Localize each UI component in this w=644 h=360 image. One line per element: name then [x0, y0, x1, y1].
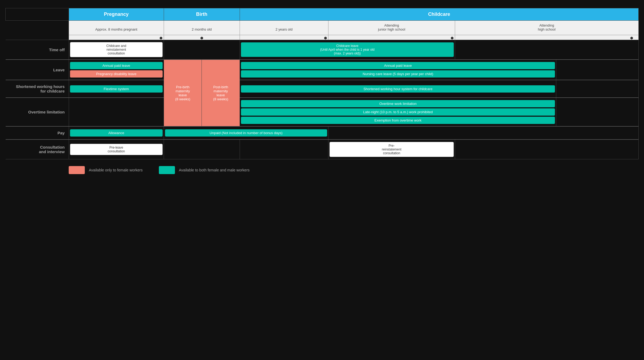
exemption-box: Exemption from overtime work — [241, 117, 555, 124]
time-off-childcare-leave: Childcare leave (Until April when the ch… — [240, 40, 455, 60]
pay-label: Pay — [6, 126, 69, 139]
main-table: Pregnancy Birth Childcare Approx. 8 mont… — [5, 8, 639, 159]
legend: Available only to female workers Availab… — [5, 166, 639, 174]
overtime-limitation-box: Overtime work limitation — [241, 100, 555, 107]
tl-months: 2 months old — [164, 21, 240, 35]
pre-reinstatement-box: Pre- reinstatement consultation — [330, 142, 454, 157]
overtime-childcare-stack: Overtime work limitation Late-night (10 … — [241, 100, 555, 124]
post-birth-maternity: Post-birth maternity leave (8 weeks) — [202, 60, 240, 126]
shortened-end-empty — [556, 80, 639, 98]
consultation-pregnancy: Pre-leave consultation — [69, 139, 164, 159]
childcare-header: Childcare — [240, 8, 638, 21]
childcare-reinstatement-box: Childcare and reinstatement consultation — [70, 42, 163, 57]
consultation-end-empty — [455, 139, 638, 159]
leave-pregnancy: Annual paid leave Pregnancy disability l… — [69, 60, 164, 80]
phase-header-row: Pregnancy Birth Childcare — [6, 8, 639, 21]
label-col-header — [6, 8, 69, 21]
consultation-childcare2: Pre- reinstatement consultation — [328, 139, 455, 159]
shortened-childcare-box: Shortened working hour system for childc… — [241, 85, 555, 93]
consultation-birth — [164, 139, 240, 159]
legend-both: Available to both female and male worker… — [159, 166, 250, 174]
late-night-box: Late-night (10 p.m. to 5 a.m.) work proh… — [241, 108, 555, 116]
nursing-care-box: Nursing care leave (5 days per year per … — [241, 70, 555, 78]
dot-pregnant — [69, 35, 164, 40]
dot-high — [455, 35, 638, 40]
overtime-label: Overtime limitation — [6, 98, 69, 126]
childcare-leave-box: Childcare leave (Until April when the ch… — [241, 42, 454, 57]
dot-high-icon — [630, 37, 633, 39]
legend-female-label: Available only to female workers — [89, 168, 143, 172]
legend-both-label: Available to both female and male worker… — [179, 168, 250, 172]
leave-label: Leave — [6, 60, 69, 80]
timeline-label-row: Approx. 8 months pregnant 2 months old 2… — [6, 21, 639, 35]
leave-pregnancy-stack: Annual paid leave Pregnancy disability l… — [70, 62, 163, 78]
dot-years — [240, 35, 328, 40]
shortened-label: Shortened working hours for childcare — [6, 80, 69, 98]
time-off-pregnancy: Childcare and reinstatement consultation — [69, 40, 164, 60]
overtime-end-empty — [556, 98, 639, 126]
birth-header: Birth — [164, 8, 240, 21]
unpaid-box: Unpaid (Not included in number of bonus … — [165, 129, 327, 137]
overtime-childcare: Overtime work limitation Late-night (10 … — [240, 98, 556, 126]
consultation-childcare1 — [240, 139, 328, 159]
time-off-label: Time off — [6, 40, 69, 60]
dot-years-icon — [324, 37, 327, 39]
tl-high: Attending high school — [455, 21, 638, 35]
overtime-pregnancy — [69, 98, 164, 126]
tl-years: 2 years old — [240, 21, 328, 35]
pay-end-empty — [328, 126, 639, 139]
pregnancy-disability-box: Pregnancy disability leave — [70, 70, 163, 78]
dot-junior-icon — [451, 37, 453, 39]
pay-row: Pay Allowance Unpaid (Not included in nu… — [6, 126, 639, 139]
leave-row: Leave Annual paid leave Pregnancy disabi… — [6, 60, 639, 80]
leave-childcare: Annual paid leave Nursing care leave (5 … — [240, 60, 556, 80]
pre-birth-maternity: Pre-birth maternity leave (8 weeks) — [164, 60, 202, 126]
annual-paid-leave-1-box: Annual paid leave — [70, 62, 163, 69]
pay-pregnancy: Allowance — [69, 126, 164, 139]
timeline-dot-row — [6, 35, 639, 40]
pay-birth-childcare: Unpaid (Not included in number of bonus … — [164, 126, 328, 139]
pregnancy-header: Pregnancy — [69, 8, 164, 21]
time-off-birth — [164, 40, 240, 60]
shortened-childcare: Shortened working hour system for childc… — [240, 80, 556, 98]
pre-leave-consultation-box: Pre-leave consultation — [70, 144, 163, 155]
consultation-label: Consultation and interview — [6, 139, 69, 159]
leave-childcare-stack: Annual paid leave Nursing care leave (5 … — [241, 62, 555, 78]
allowance-box: Allowance — [70, 129, 163, 137]
tl-pregnant: Approx. 8 months pregnant — [69, 21, 164, 35]
legend-female-box — [69, 166, 85, 174]
time-off-empty — [455, 40, 638, 60]
dot-junior — [328, 35, 455, 40]
legend-female: Available only to female workers — [69, 166, 143, 174]
chart-wrapper: Pregnancy Birth Childcare Approx. 8 mont… — [5, 5, 639, 182]
leave-end-empty — [556, 60, 639, 80]
shortened-pregnancy: Flextime system — [69, 80, 164, 98]
dot-birth — [164, 35, 240, 40]
consultation-row: Consultation and interview Pre-leave con… — [6, 139, 639, 159]
flextime-box: Flextime system — [70, 85, 163, 93]
dot-pregnant-icon — [160, 37, 162, 39]
overtime-row: Overtime limitation Overtime work limita… — [6, 98, 639, 126]
legend-both-box — [159, 166, 175, 174]
time-off-row: Time off Childcare and reinstatement con… — [6, 40, 639, 60]
tl-junior: Attending junior high school — [328, 21, 455, 35]
dot-birth-icon — [200, 37, 203, 39]
annual-paid-leave-2-box: Annual paid leave — [241, 62, 555, 69]
shortened-row: Shortened working hours for childcare Fl… — [6, 80, 639, 98]
